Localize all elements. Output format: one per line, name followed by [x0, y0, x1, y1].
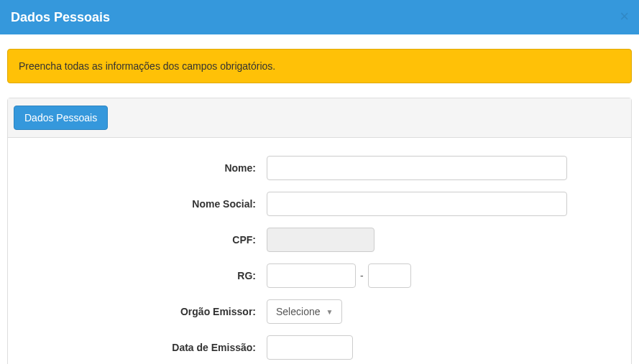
modal-title: Dados Pessoais [11, 10, 110, 24]
select-orgao-emissor-value: Selecione [276, 306, 321, 317]
tab-bar: Dados Pessoais [8, 98, 631, 138]
row-data-emissao: Data de Emissão: [19, 335, 620, 360]
label-data-emissao: Data de Emissão: [19, 342, 267, 353]
label-orgao-emissor: Orgão Emissor: [19, 306, 267, 317]
alert-message: Preencha todas as informações dos campos… [19, 60, 275, 72]
label-nome: Nome: [19, 162, 267, 174]
row-cpf: CPF: [19, 228, 620, 252]
select-orgao-emissor[interactable]: Selecione ▼ [267, 299, 342, 324]
input-rg[interactable] [267, 263, 356, 288]
form-panel: Dados Pessoais Nome: Nome Social: CPF: [7, 98, 632, 364]
label-cpf: CPF: [19, 234, 267, 246]
input-data-emissao[interactable] [267, 335, 353, 360]
row-nome-social: Nome Social: [19, 192, 620, 216]
row-nome: Nome: [19, 156, 620, 180]
input-rg-digit[interactable] [368, 263, 411, 288]
modal-header: Dados Pessoais × [0, 0, 639, 34]
input-nome[interactable] [267, 156, 567, 180]
chevron-down-icon: ▼ [326, 308, 334, 316]
input-cpf [267, 228, 374, 252]
alert-warning: Preencha todas as informações dos campos… [7, 49, 632, 83]
label-nome-social: Nome Social: [19, 198, 267, 210]
tab-dados-pessoais[interactable]: Dados Pessoais [14, 106, 108, 130]
close-icon[interactable]: × [620, 9, 629, 24]
label-rg: RG: [19, 270, 267, 281]
row-orgao-emissor: Orgão Emissor: Selecione ▼ [19, 299, 620, 324]
input-nome-social[interactable] [267, 192, 567, 216]
form-body: Nome: Nome Social: CPF: [8, 138, 631, 364]
modal-dados-pessoais: Dados Pessoais × Preencha todas as infor… [0, 0, 639, 364]
rg-dash: - [360, 270, 364, 281]
modal-body: Preencha todas as informações dos campos… [0, 34, 639, 364]
row-rg: RG: - [19, 263, 620, 288]
